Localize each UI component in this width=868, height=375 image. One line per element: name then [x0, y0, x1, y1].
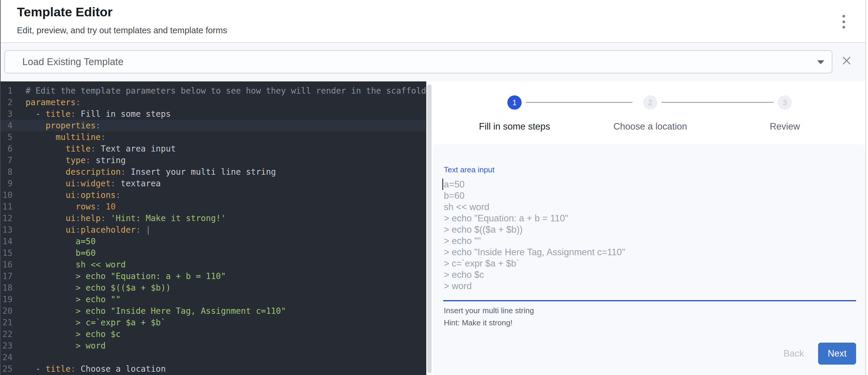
editor-line: 4 properties: [0, 120, 426, 131]
editor-line: 8 description: Insert your multi line st… [0, 166, 426, 178]
textarea-placeholder-line: > echo $c [444, 269, 856, 281]
textarea-placeholder-line: a=50 [444, 179, 856, 190]
editor-line: 15 b=60 [0, 247, 426, 259]
page-header: Template Editor Edit, preview, and try o… [0, 0, 868, 43]
kebab-menu-icon [842, 26, 845, 29]
step-label-review: Review [770, 121, 800, 132]
kebab-menu-icon [842, 15, 845, 18]
textarea-placeholder-line: > word [444, 281, 856, 292]
step-circle-1: 1 [507, 95, 522, 110]
line-number: 5 [0, 131, 12, 143]
more-options-button[interactable] [838, 15, 849, 29]
dropdown-caret-icon [817, 60, 824, 64]
code-editor[interactable]: 1# Edit the template parameters below to… [0, 82, 426, 375]
load-template-section: Load Existing Template [0, 43, 868, 82]
editor-line: 9 ui:widget: textarea [0, 178, 426, 189]
editor-line: 24 [0, 351, 426, 363]
close-icon [840, 54, 853, 67]
line-number: 14 [0, 236, 12, 247]
field-hint-text: Hint: Make it strong! [444, 318, 513, 327]
load-template-placeholder: Load Existing Template [22, 56, 124, 67]
line-number: 4 [0, 120, 12, 131]
next-button[interactable]: Next [818, 343, 856, 365]
editor-line: 11 rows: 10 [0, 201, 426, 213]
form-card: Text area input a=50b=60sh << word> echo… [433, 145, 865, 375]
step-circle-2: 2 [643, 95, 657, 110]
textarea-input[interactable]: a=50b=60sh << word> echo "Equation: a + … [444, 179, 856, 295]
textarea-placeholder-line: > c=`expr $a + $b` [444, 258, 856, 269]
editor-line: 5 multiline: [0, 131, 426, 143]
textarea-placeholder: a=50b=60sh << word> echo "Equation: a + … [444, 179, 856, 292]
page-title: Template Editor [17, 5, 113, 19]
kebab-menu-icon [842, 21, 845, 23]
editor-line: 16 sh << word [0, 259, 426, 271]
field-description-text: Insert your multi line string [444, 306, 534, 315]
line-number: 10 [0, 189, 12, 201]
editor-line: 19 > echo "" [0, 293, 426, 305]
close-load-template-button[interactable] [840, 54, 853, 67]
page-scrollbar[interactable] [865, 0, 868, 375]
step-label-fill-in-some-steps: Fill in some steps [479, 121, 550, 132]
editor-line: 21 > c=`expr $a + $b` [0, 317, 426, 329]
line-number: 7 [0, 155, 12, 166]
step-connector [526, 102, 632, 103]
line-number: 6 [0, 143, 12, 155]
line-number: 16 [0, 259, 12, 271]
editor-line: 22 > echo $c [0, 329, 426, 340]
editor-line: 6 title: Text area input [0, 143, 426, 155]
step-connector [661, 102, 774, 103]
editor-lines: 1# Edit the template parameters below to… [0, 85, 426, 375]
textarea-placeholder-line: sh << word [444, 201, 856, 213]
line-number: 22 [0, 329, 12, 340]
line-number: 17 [0, 271, 12, 282]
editor-line: 12 ui:help: 'Hint: Make it strong!' [0, 213, 426, 224]
editor-line: 10 ui:options: [0, 189, 426, 201]
window-left-edge [0, 0, 1, 375]
text-cursor [442, 179, 443, 190]
editor-line: 1# Edit the template parameters below to… [0, 85, 426, 97]
textarea-placeholder-line: > echo "Inside Here Tag, Assignment c=11… [444, 247, 856, 258]
step-number: 1 [513, 98, 517, 107]
template-editor-page: Template Editor Edit, preview, and try o… [0, 0, 868, 375]
editor-line: 17 > echo "Equation: a + b = 110" [0, 271, 426, 282]
line-number: 15 [0, 247, 12, 259]
line-number: 18 [0, 282, 12, 293]
load-template-select[interactable]: Load Existing Template [4, 50, 832, 73]
page-subtitle: Edit, preview, and try out templates and… [17, 26, 227, 35]
editor-line: 7 type: string [0, 155, 426, 166]
form-preview-pane: 1 2 3 Fill in some steps Choose a locati… [433, 82, 868, 375]
field-underline [443, 300, 856, 301]
line-number: 1 [0, 85, 12, 97]
step-number: 3 [783, 98, 787, 107]
line-number: 2 [0, 97, 12, 108]
textarea-placeholder-line: b=60 [444, 190, 856, 201]
editor-line: 3 - title: Fill in some steps [0, 108, 426, 120]
line-number: 13 [0, 224, 12, 236]
step-number: 2 [648, 98, 652, 107]
textarea-field-label: Text area input [444, 165, 495, 175]
textarea-placeholder-line: > echo "Equation: a + b = 110" [444, 213, 856, 224]
editor-line: 23 > word [0, 340, 426, 351]
step-circle-3: 3 [778, 95, 792, 110]
line-number: 21 [0, 317, 12, 329]
line-number: 11 [0, 201, 12, 213]
line-number: 12 [0, 213, 12, 224]
editor-line: 2parameters: [0, 97, 426, 108]
line-number: 24 [0, 351, 12, 363]
line-number: 19 [0, 293, 12, 305]
back-button[interactable]: Back [776, 346, 811, 361]
editor-scrollbar [426, 82, 433, 375]
line-number: 8 [0, 166, 12, 178]
textarea-placeholder-line: > echo $(($a + $b)) [444, 224, 856, 235]
editor-scrollbar-thumb[interactable] [427, 84, 432, 373]
main-split: 1# Edit the template parameters below to… [0, 82, 868, 375]
textarea-placeholder-line: > echo "" [444, 235, 856, 247]
editor-line: 25 - title: Choose a location [0, 363, 426, 375]
line-number: 9 [0, 178, 12, 189]
line-number: 20 [0, 305, 12, 317]
editor-line: 18 > echo $(($a + $b)) [0, 282, 426, 293]
line-number: 3 [0, 108, 12, 120]
editor-line: 13 ui:placeholder: | [0, 224, 426, 236]
step-label-choose-a-location: Choose a location [613, 121, 687, 132]
line-number: 25 [0, 363, 12, 375]
